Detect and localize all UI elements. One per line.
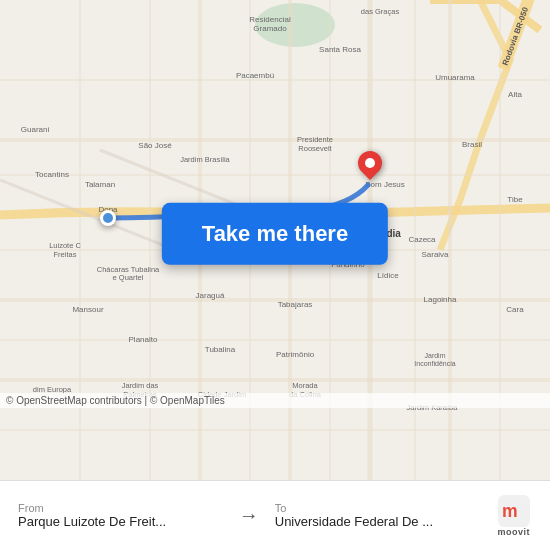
- take-me-there-button[interactable]: Take me there: [162, 203, 388, 265]
- moovit-brand-text: moovit: [498, 527, 531, 537]
- svg-text:Umuarama: Umuarama: [435, 73, 475, 82]
- svg-text:e Quartel: e Quartel: [113, 273, 144, 282]
- map-container: via BR-365 Rodovia BR-050 Residencial Gr…: [0, 0, 550, 480]
- svg-text:Cara: Cara: [506, 305, 524, 314]
- from-section: From Parque Luizote De Freit...: [10, 502, 231, 529]
- svg-text:Inconfidência: Inconfidência: [414, 360, 455, 367]
- svg-text:Lagoinha: Lagoinha: [424, 295, 457, 304]
- map-attribution: © OpenStreetMap contributors | © OpenMap…: [0, 393, 550, 408]
- svg-text:Mansour: Mansour: [72, 305, 103, 314]
- from-stop-name: Parque Luizote De Freit...: [18, 514, 223, 529]
- svg-text:das Graças: das Graças: [361, 7, 400, 16]
- svg-text:m: m: [502, 501, 518, 521]
- svg-text:Residencial: Residencial: [249, 15, 291, 24]
- svg-text:Guarani: Guarani: [21, 125, 50, 134]
- svg-text:São José: São José: [138, 141, 172, 150]
- bottom-navigation-bar: From Parque Luizote De Freit... → To Uni…: [0, 480, 550, 550]
- svg-text:Alta: Alta: [508, 90, 522, 99]
- svg-text:Jaraguá: Jaraguá: [196, 291, 225, 300]
- svg-text:Jardim das: Jardim das: [122, 381, 159, 390]
- to-stop-name: Universidade Federal De ...: [275, 514, 480, 529]
- svg-text:Morada: Morada: [292, 381, 318, 390]
- svg-text:Tibe: Tibe: [507, 195, 523, 204]
- svg-text:Brasil: Brasil: [462, 140, 482, 149]
- arrow-right-icon: →: [239, 504, 259, 527]
- svg-text:Tubalina: Tubalina: [205, 345, 236, 354]
- moovit-logo: m moovit: [488, 495, 541, 537]
- svg-text:Planalto: Planalto: [129, 335, 158, 344]
- svg-text:Roosevelt: Roosevelt: [298, 144, 332, 153]
- svg-text:Pacaembú: Pacaembú: [236, 71, 274, 80]
- arrow-section: →: [231, 504, 267, 527]
- svg-text:Jardim Brasília: Jardim Brasília: [180, 155, 230, 164]
- to-section: To Universidade Federal De ...: [267, 502, 488, 529]
- svg-text:Patrimônio: Patrimônio: [276, 350, 315, 359]
- moovit-icon: m: [498, 495, 530, 527]
- svg-text:Saraiva: Saraiva: [421, 250, 449, 259]
- destination-marker: [358, 151, 382, 175]
- origin-marker: [100, 210, 116, 226]
- svg-text:Tocantins: Tocantins: [35, 170, 69, 179]
- svg-text:Lídice: Lídice: [377, 271, 399, 280]
- from-label: From: [18, 502, 223, 514]
- svg-text:Presidente: Presidente: [297, 135, 333, 144]
- svg-text:Cazeca: Cazeca: [408, 235, 436, 244]
- svg-text:Luizote C: Luizote C: [49, 241, 81, 250]
- svg-text:Gramado: Gramado: [253, 24, 287, 33]
- to-label: To: [275, 502, 480, 514]
- svg-text:Tabajaras: Tabajaras: [278, 300, 313, 309]
- svg-text:Talaman: Talaman: [85, 180, 115, 189]
- svg-text:Freitas: Freitas: [54, 250, 77, 259]
- svg-text:Bom Jesus: Bom Jesus: [365, 180, 405, 189]
- svg-text:Santa Rosa: Santa Rosa: [319, 45, 361, 54]
- svg-text:Jardim: Jardim: [424, 352, 445, 359]
